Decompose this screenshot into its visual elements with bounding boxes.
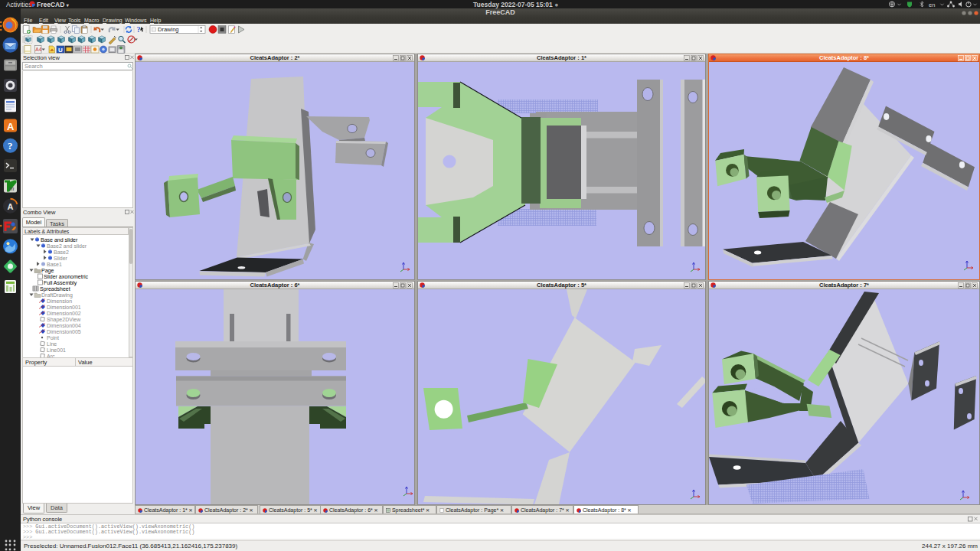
svg-text:A: A xyxy=(8,202,14,211)
svg-text:Line: Line xyxy=(47,341,57,347)
svg-text:Drawing: Drawing xyxy=(158,26,179,33)
svg-text:DraftDrawing: DraftDrawing xyxy=(41,292,73,298)
svg-text:Spreadsheet: Spreadsheet xyxy=(40,286,70,292)
svg-text:Slider axonometric: Slider axonometric xyxy=(44,274,88,279)
svg-text:U: U xyxy=(58,47,63,54)
svg-text:Base and slider: Base and slider xyxy=(41,237,78,243)
svg-text:Full Assembly: Full Assembly xyxy=(44,280,77,286)
svg-text:Page: Page xyxy=(41,268,54,274)
svg-text:Slider: Slider xyxy=(54,256,68,261)
svg-text:Dimension001: Dimension001 xyxy=(47,305,81,310)
svg-text:?: ? xyxy=(8,140,13,152)
svg-text:Base2 and slider: Base2 and slider xyxy=(47,243,87,249)
svg-text:Dimension005: Dimension005 xyxy=(47,329,81,334)
svg-text:Point: Point xyxy=(47,335,59,341)
svg-text:Dimension002: Dimension002 xyxy=(47,311,81,316)
svg-text:en: en xyxy=(929,2,935,8)
svg-text:m: m xyxy=(9,184,15,192)
svg-text:Base2: Base2 xyxy=(54,249,69,255)
svg-text:A: A xyxy=(7,121,15,132)
svg-text:Base1: Base1 xyxy=(47,262,62,267)
svg-text:A4: A4 xyxy=(35,47,41,52)
svg-text:Line001: Line001 xyxy=(47,347,66,353)
svg-text:Shape2DView: Shape2DView xyxy=(47,317,81,323)
svg-text:?: ? xyxy=(137,25,141,34)
svg-text:Dimension: Dimension xyxy=(47,298,72,304)
svg-text:Dimension004: Dimension004 xyxy=(47,323,81,328)
